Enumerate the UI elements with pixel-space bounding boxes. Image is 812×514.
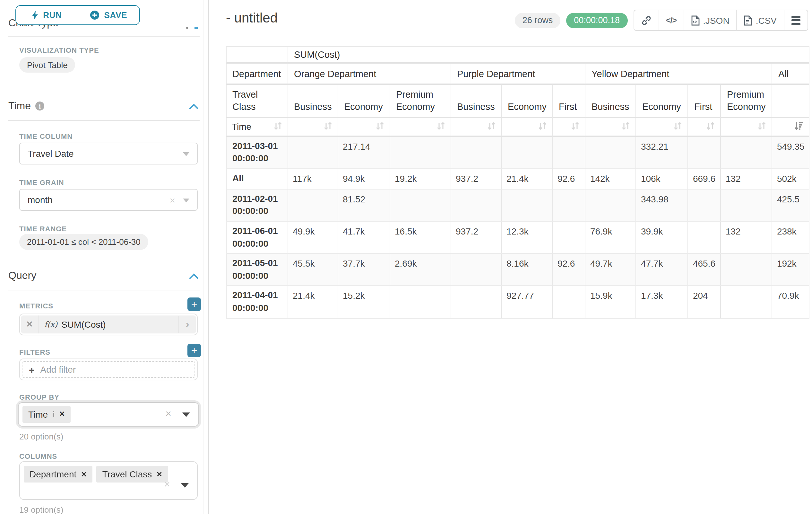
share-link-button[interactable] bbox=[634, 10, 658, 30]
value-cell: 37.7k bbox=[338, 254, 390, 286]
sort-cell[interactable] bbox=[636, 118, 689, 137]
chart-area: - untitled 26 rows 00:00:00.18 </> .JSON… bbox=[209, 0, 812, 514]
time-dimension-sort-cell[interactable]: Time bbox=[226, 118, 288, 137]
time-column-select[interactable]: Travel Date bbox=[19, 143, 198, 164]
sort-cell[interactable] bbox=[689, 118, 721, 137]
collapse-chevron-icon[interactable] bbox=[190, 104, 198, 109]
sort-cell[interactable] bbox=[586, 118, 636, 137]
value-cell: 549.35 bbox=[773, 137, 810, 169]
value-cell bbox=[721, 286, 773, 318]
time-grain-select[interactable]: month × bbox=[19, 189, 198, 211]
sort-cell[interactable] bbox=[451, 118, 502, 137]
remove-chip-icon[interactable]: ✕ bbox=[81, 470, 87, 478]
export-csv-button[interactable]: .CSV bbox=[736, 10, 784, 30]
clear-icon[interactable]: × bbox=[170, 195, 175, 206]
run-button[interactable]: RUN bbox=[16, 6, 77, 24]
row-label: 2011-02-01 00:00:00 bbox=[226, 190, 288, 222]
group-by-chip-label: Time bbox=[28, 409, 48, 419]
visualization-type-pill[interactable]: Pivot Table bbox=[19, 57, 76, 73]
value-cell: 106k bbox=[636, 169, 689, 190]
group-by-select[interactable]: Time i ✕ × bbox=[18, 402, 199, 427]
table-row: 2011-02-01 00:00:0081.52343.98425.5 bbox=[226, 190, 810, 222]
clipped-chevron-icon bbox=[195, 27, 198, 29]
sort-cell[interactable] bbox=[390, 118, 451, 137]
sort-icon[interactable] bbox=[622, 121, 631, 132]
add-filter-button[interactable]: + bbox=[187, 344, 201, 357]
chevron-right-icon[interactable]: › bbox=[178, 316, 196, 333]
sort-icon[interactable] bbox=[538, 121, 547, 132]
divider bbox=[8, 120, 200, 121]
columns-select[interactable]: Department ✕ Travel Class ✕ × bbox=[19, 461, 198, 500]
clear-icon[interactable]: × bbox=[164, 479, 170, 490]
time-range-label: TIME RANGE bbox=[19, 225, 67, 233]
remove-chip-icon[interactable]: ✕ bbox=[156, 470, 162, 478]
pivot-table-container: SUM(Cost)DepartmentOrange DepartmentPurp… bbox=[226, 46, 810, 318]
group-by-chip[interactable]: Time i ✕ bbox=[23, 406, 70, 423]
value-cell: 465.6 bbox=[689, 254, 721, 286]
subcolumn-header: Business bbox=[451, 85, 502, 118]
value-cell: 41.7k bbox=[338, 222, 390, 254]
columns-label: COLUMNS bbox=[19, 452, 57, 460]
group-by-options-hint: 20 option(s) bbox=[19, 432, 63, 441]
sort-icon[interactable] bbox=[487, 121, 496, 132]
value-cell bbox=[553, 190, 586, 222]
chart-title[interactable]: - untitled bbox=[226, 10, 278, 26]
pivot-table: SUM(Cost)DepartmentOrange DepartmentPurp… bbox=[226, 46, 810, 318]
save-button[interactable]: SAVE bbox=[77, 6, 139, 24]
sort-cell[interactable] bbox=[288, 118, 338, 137]
value-cell: 19.2k bbox=[390, 169, 451, 190]
value-cell bbox=[390, 190, 451, 222]
value-cell: 39.9k bbox=[636, 222, 689, 254]
chevron-down-icon bbox=[183, 152, 190, 156]
remove-chip-icon[interactable]: ✕ bbox=[59, 410, 65, 418]
value-cell bbox=[553, 137, 586, 169]
sort-cell[interactable] bbox=[502, 118, 553, 137]
metric-chip[interactable]: ✕ f(x) SUM(Cost) › bbox=[21, 316, 196, 333]
sort-icon[interactable] bbox=[706, 121, 716, 132]
embed-code-button[interactable]: </> bbox=[658, 10, 684, 30]
info-icon[interactable]: i bbox=[35, 102, 44, 110]
add-metric-button[interactable]: + bbox=[187, 297, 201, 311]
export-csv-label: .CSV bbox=[756, 15, 777, 25]
sort-cell[interactable] bbox=[338, 118, 390, 137]
value-cell bbox=[553, 286, 586, 318]
columns-chip[interactable]: Department ✕ bbox=[24, 466, 93, 483]
collapse-chevron-icon[interactable] bbox=[190, 273, 198, 279]
columns-chip-label: Department bbox=[30, 469, 77, 479]
query-section-title-text: Query bbox=[8, 270, 36, 281]
sort-cell[interactable] bbox=[553, 118, 586, 137]
subcolumn-header: Economy bbox=[502, 85, 553, 118]
table-row: 2011-05-01 00:00:0045.5k37.7k2.69k8.16k9… bbox=[226, 254, 810, 286]
sort-desc-icon[interactable] bbox=[794, 121, 804, 132]
clear-icon[interactable]: × bbox=[165, 408, 171, 420]
export-button-group: </> .JSON .CSV bbox=[633, 10, 808, 31]
value-cell bbox=[586, 137, 636, 169]
subcolumn-header: Business bbox=[288, 85, 338, 118]
export-json-button[interactable]: .JSON bbox=[684, 10, 736, 30]
value-cell: 17.3k bbox=[636, 286, 689, 318]
sort-icon[interactable] bbox=[376, 121, 384, 132]
value-cell bbox=[689, 190, 721, 222]
value-cell: 76.9k bbox=[586, 222, 636, 254]
sort-icon[interactable] bbox=[323, 121, 332, 132]
sort-icon[interactable] bbox=[571, 121, 580, 132]
group-by-label: GROUP BY bbox=[19, 393, 59, 401]
value-cell: 92.6 bbox=[553, 254, 586, 286]
sort-desc-active-cell[interactable] bbox=[773, 118, 810, 137]
row-label: 2011-05-01 00:00:00 bbox=[226, 254, 288, 286]
sort-icon[interactable] bbox=[436, 121, 445, 132]
save-button-label: SAVE bbox=[104, 10, 127, 20]
sidebar-scrollbar[interactable] bbox=[203, 0, 203, 514]
sort-icon[interactable] bbox=[674, 121, 683, 132]
sort-icon[interactable] bbox=[273, 121, 283, 132]
sort-cell[interactable] bbox=[721, 118, 773, 137]
more-options-button[interactable] bbox=[784, 10, 808, 30]
value-cell: 49.7k bbox=[586, 254, 636, 286]
time-range-pill[interactable]: 2011-01-01 ≤ col < 2011-06-30 bbox=[19, 234, 148, 250]
plus-icon: + bbox=[29, 364, 35, 375]
subcolumn-header: First bbox=[689, 85, 721, 118]
remove-metric-icon[interactable]: ✕ bbox=[21, 316, 38, 333]
columns-chip[interactable]: Travel Class ✕ bbox=[96, 466, 168, 483]
sort-icon[interactable] bbox=[758, 121, 767, 132]
add-filter-dropzone[interactable]: + Add filter bbox=[22, 361, 195, 378]
